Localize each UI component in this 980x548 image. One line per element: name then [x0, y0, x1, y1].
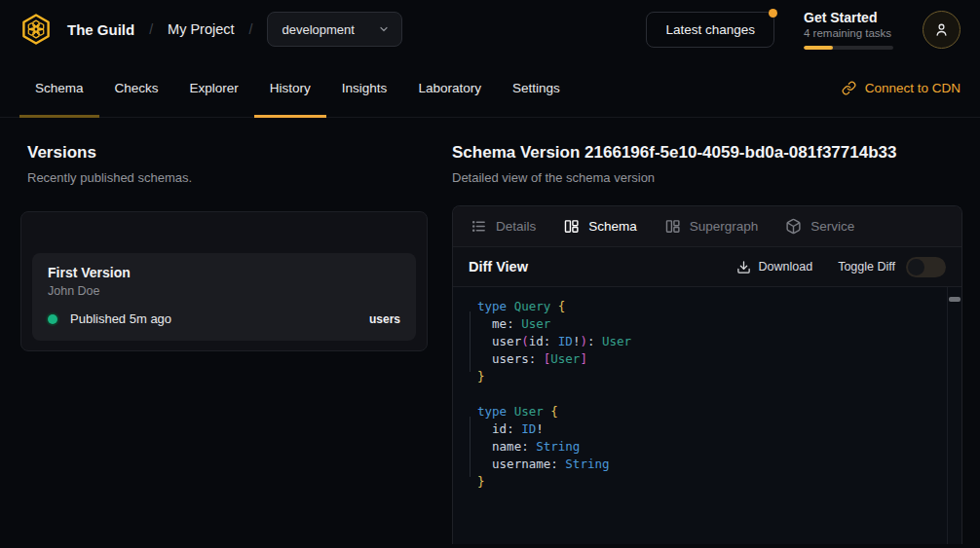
tab-history[interactable]: History	[254, 58, 326, 117]
target-nav: Schema Checks Explorer History Insights …	[0, 58, 980, 118]
top-bar: The Guild / My Project / development Lat…	[0, 0, 980, 58]
published-status-icon	[48, 314, 57, 324]
breadcrumb-separator: /	[149, 21, 153, 37]
get-started-progress	[804, 46, 893, 50]
tab-supergraph[interactable]: Supergraph	[664, 218, 759, 235]
switch-knob	[908, 259, 924, 275]
code-lines: type Query { me: User user(id: ID!): Use…	[477, 298, 946, 491]
tab-schema-view[interactable]: Schema	[563, 218, 637, 235]
code-line: }	[477, 473, 946, 491]
tab-explorer[interactable]: Explorer	[174, 58, 254, 117]
code-line: username: String	[477, 456, 946, 473]
code-line	[477, 385, 946, 403]
tab-label: Service	[810, 219, 854, 234]
code-scrollbar[interactable]	[947, 287, 961, 544]
diff-view-title: Diff View	[469, 259, 528, 274]
code-line: me: User	[477, 315, 946, 333]
cube-icon	[785, 218, 802, 235]
diff-view-header: Diff View Download Toggle D	[453, 247, 961, 287]
code-line: user(id: ID!): User	[477, 333, 946, 350]
schema-version-subtitle: Detailed view of the schema version	[452, 170, 962, 185]
code-line: }	[477, 368, 946, 385]
target-dropdown[interactable]: development	[267, 12, 401, 47]
download-button[interactable]: Download	[736, 260, 813, 274]
scrollbar-thumb[interactable]	[949, 297, 961, 302]
project-name[interactable]: My Project	[168, 21, 235, 37]
user-menu-button[interactable]	[923, 11, 961, 49]
tab-insights[interactable]: Insights	[326, 58, 403, 117]
service-badge: users	[369, 312, 400, 326]
target-dropdown-value: development	[282, 22, 354, 37]
schema-version-title: Schema Version 2166196f-5e10-4059-bd0a-0…	[452, 143, 962, 163]
tab-settings[interactable]: Settings	[497, 58, 576, 117]
user-icon	[933, 21, 950, 38]
tab-label: Settings	[512, 81, 560, 95]
tab-label: Explorer	[190, 81, 239, 95]
code-line: type User {	[477, 403, 946, 420]
version-list-item[interactable]: First Version John Doe Published 5m ago …	[32, 253, 416, 341]
code-line: type Query {	[477, 298, 946, 315]
tab-label: Checks	[115, 81, 159, 95]
versions-title: Versions	[27, 143, 429, 163]
tab-laboratory[interactable]: Laboratory	[402, 58, 497, 117]
versions-subtitle: Recently published schemas.	[27, 170, 429, 185]
connect-to-cdn-label: Connect to CDN	[865, 81, 961, 95]
versions-panel: Versions Recently published schemas. Fir…	[0, 118, 452, 544]
schema-code-viewer[interactable]: type Query { me: User user(id: ID!): Use…	[453, 287, 961, 544]
tab-label: Schema	[35, 81, 84, 95]
version-view-tabs: Details Schema	[453, 206, 961, 247]
tab-checks[interactable]: Checks	[99, 58, 174, 117]
notification-dot	[769, 9, 777, 18]
download-icon	[736, 260, 751, 274]
code-line: users: [User]	[477, 350, 946, 368]
progress-fill	[804, 46, 833, 50]
version-name: First Version	[48, 265, 400, 280]
versions-list-card: First Version John Doe Published 5m ago …	[20, 211, 428, 351]
tab-schema[interactable]: Schema	[19, 58, 99, 117]
version-author: John Doe	[48, 284, 400, 298]
breadcrumb: The Guild / My Project / development	[19, 12, 402, 47]
schema-version-card: Details Schema	[452, 205, 962, 544]
schema-version-panel: Schema Version 2166196f-5e10-4059-bd0a-0…	[452, 118, 980, 544]
columns-icon	[563, 218, 580, 235]
tab-details[interactable]: Details	[471, 218, 536, 235]
connect-to-cdn-button[interactable]: Connect to CDN	[842, 58, 961, 117]
code-line: name: String	[477, 438, 946, 456]
toggle-diff-label: Toggle Diff	[838, 260, 895, 274]
latest-changes-button[interactable]: Latest changes	[646, 12, 774, 48]
org-name[interactable]: The Guild	[67, 21, 134, 38]
guild-logo-icon[interactable]	[19, 13, 53, 46]
breadcrumb-separator: /	[249, 21, 253, 37]
published-status-text: Published 5m ago	[70, 311, 171, 326]
tab-label: History	[270, 81, 311, 95]
link-icon	[842, 81, 856, 95]
latest-changes-label: Latest changes	[665, 22, 755, 37]
tab-service[interactable]: Service	[785, 218, 854, 235]
download-label: Download	[759, 260, 813, 274]
get-started-widget[interactable]: Get Started 4 remaining tasks	[804, 10, 893, 50]
get-started-title: Get Started	[804, 10, 893, 25]
tab-label: Details	[496, 219, 536, 234]
toggle-diff-switch[interactable]	[906, 257, 946, 277]
indent-guide	[470, 311, 471, 372]
tab-label: Schema	[588, 219, 637, 234]
columns-icon	[664, 218, 681, 235]
chevron-down-icon	[378, 23, 390, 35]
tab-label: Insights	[342, 81, 388, 95]
tab-label: Supergraph	[690, 219, 759, 234]
main-content: Versions Recently published schemas. Fir…	[0, 118, 980, 544]
indent-guide	[470, 417, 471, 477]
get-started-subtitle: 4 remaining tasks	[804, 27, 893, 39]
code-line: id: ID!	[477, 420, 946, 438]
list-icon	[471, 218, 487, 235]
tab-label: Laboratory	[418, 81, 481, 95]
